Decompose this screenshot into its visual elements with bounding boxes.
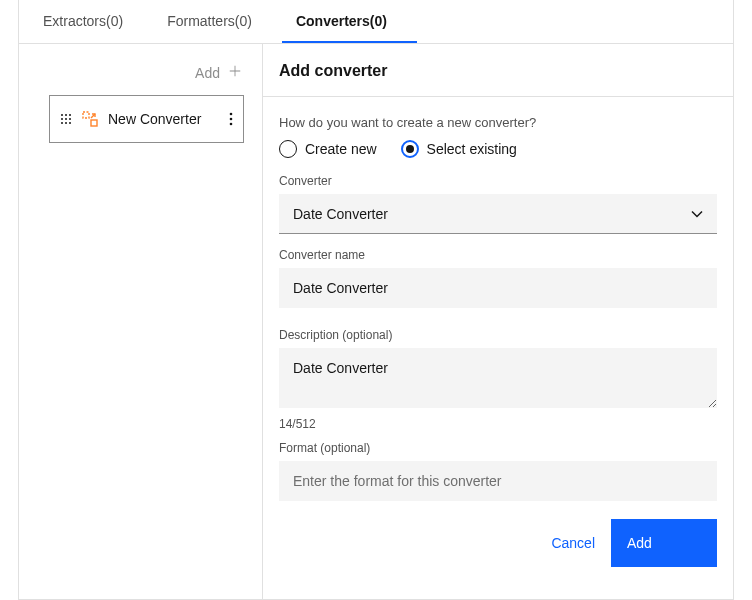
svg-point-11 (230, 113, 233, 116)
svg-point-8 (69, 122, 71, 124)
sidebar: Add New Converter (19, 44, 263, 599)
radio-label: Select existing (427, 141, 517, 157)
select-value: Date Converter (293, 206, 388, 222)
format-input[interactable] (279, 461, 717, 501)
form-footer: Cancel Add (279, 515, 717, 567)
svg-point-12 (230, 118, 233, 121)
svg-point-1 (65, 114, 67, 116)
form-prompt: How do you want to create a new converte… (279, 115, 717, 130)
body: Add New Converter Add converter (19, 44, 733, 599)
app-container: Extractors(0) Formatters(0) Converters(0… (18, 0, 734, 600)
description-label: Description (optional) (279, 328, 717, 342)
svg-point-4 (65, 118, 67, 120)
tab-extractors[interactable]: Extractors(0) (29, 1, 153, 43)
radio-group: Create new Select existing (279, 140, 717, 158)
list-item-label: New Converter (108, 111, 219, 127)
drag-handle-icon[interactable] (60, 113, 72, 125)
chevron-down-icon (691, 210, 703, 218)
form-body: How do you want to create a new converte… (263, 97, 733, 599)
svg-rect-10 (91, 120, 97, 126)
converter-select[interactable]: Date Converter (279, 194, 717, 234)
converter-label: Converter (279, 174, 717, 188)
svg-point-0 (61, 114, 63, 116)
svg-rect-9 (83, 112, 89, 118)
tab-bar: Extractors(0) Formatters(0) Converters(0… (19, 0, 733, 44)
radio-create-new[interactable]: Create new (279, 140, 377, 158)
format-label: Format (optional) (279, 441, 717, 455)
svg-point-6 (61, 122, 63, 124)
more-icon[interactable] (229, 112, 233, 126)
radio-select-existing[interactable]: Select existing (401, 140, 517, 158)
description-counter: 14/512 (279, 417, 717, 431)
add-label: Add (195, 65, 220, 81)
converter-icon (82, 111, 98, 127)
tab-converters[interactable]: Converters(0) (282, 1, 417, 43)
svg-point-2 (69, 114, 71, 116)
add-button[interactable]: Add (49, 58, 244, 95)
svg-point-7 (65, 122, 67, 124)
radio-label: Create new (305, 141, 377, 157)
add-button[interactable]: Add (611, 519, 717, 567)
panel-title: Add converter (263, 44, 733, 97)
radio-icon (401, 140, 419, 158)
svg-point-13 (230, 123, 233, 126)
plus-icon (228, 64, 242, 81)
tab-formatters[interactable]: Formatters(0) (153, 1, 282, 43)
name-label: Converter name (279, 248, 717, 262)
cancel-button[interactable]: Cancel (535, 519, 611, 567)
list-item[interactable]: New Converter (49, 95, 244, 143)
svg-point-3 (61, 118, 63, 120)
form-panel: Add converter How do you want to create … (263, 44, 733, 599)
svg-point-5 (69, 118, 71, 120)
radio-icon (279, 140, 297, 158)
converter-name-input[interactable] (279, 268, 717, 308)
description-textarea[interactable] (279, 348, 717, 408)
